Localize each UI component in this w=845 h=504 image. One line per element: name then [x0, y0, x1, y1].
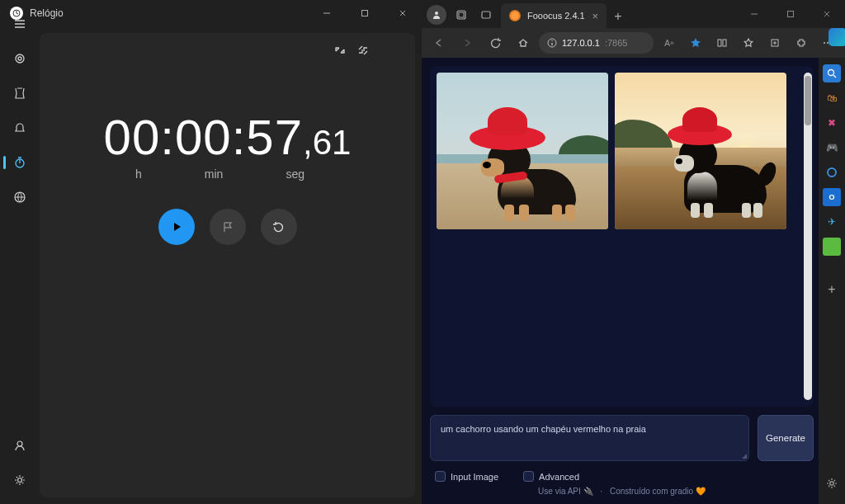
tab-favicon	[509, 10, 521, 21]
url-field[interactable]: 127.0.0.1:7865	[539, 32, 654, 54]
label-min: min	[205, 167, 224, 181]
tab-close-icon[interactable]: ×	[592, 10, 598, 22]
prompt-row: um cachorro usando um chapéu vermelho na…	[430, 415, 814, 461]
copilot-icon[interactable]	[828, 28, 845, 46]
sidebar-drop-icon[interactable]: ✈	[823, 213, 841, 231]
fooocus-page: um cachorro usando um chapéu vermelho na…	[422, 58, 819, 504]
footer-gradio[interactable]: Construído com gradio 🧡	[610, 487, 706, 496]
sidebar-games-icon[interactable]: 🎮	[823, 139, 841, 157]
browser-tab[interactable]: Fooocus 2.4.1 ×	[501, 3, 607, 28]
sidebar-search-icon[interactable]	[823, 64, 841, 82]
gallery-scrollbar[interactable]	[804, 73, 812, 400]
sidebar-add-icon[interactable]: +	[823, 280, 841, 299]
options-row: Input Image Advanced	[430, 471, 814, 482]
svg-point-23	[828, 168, 836, 177]
nav-menu-button[interactable]	[3, 7, 36, 40]
workspaces-icon[interactable]	[451, 5, 471, 25]
nav-focus-sessions[interactable]	[3, 42, 36, 75]
svg-rect-14	[788, 12, 794, 17]
refresh-button[interactable]	[483, 31, 507, 54]
nav-world-clock[interactable]	[3, 181, 36, 214]
gallery	[437, 73, 807, 229]
site-info-icon[interactable]	[547, 38, 557, 48]
sidebar-outlook-icon[interactable]: O	[823, 188, 841, 206]
generated-image-2[interactable]	[615, 73, 786, 229]
browser-titlebar: Fooocus 2.4.1 × +	[422, 0, 845, 28]
maximize-button[interactable]	[346, 0, 384, 26]
back-button[interactable]	[427, 31, 451, 54]
svg-point-4	[18, 57, 21, 60]
expand-icon[interactable]	[334, 45, 346, 56]
gallery-panel	[430, 66, 814, 407]
stopwatch-panel: 00:00:57 , 61 h min seg	[40, 33, 415, 497]
tab-actions-icon[interactable]	[476, 5, 496, 25]
label-h: h	[135, 167, 142, 181]
svg-point-7	[17, 441, 22, 446]
sidebar-m365-icon[interactable]	[823, 163, 841, 181]
browser-close-button[interactable]	[809, 2, 845, 26]
nav-alarm[interactable]	[3, 111, 36, 144]
minimize-button[interactable]	[308, 0, 346, 26]
sidebar-tools-icon[interactable]: ✖	[823, 114, 841, 132]
footer-api[interactable]: Use via API 🔌	[538, 487, 592, 496]
lap-button[interactable]	[210, 209, 246, 245]
stopwatch-labels: h min seg	[135, 167, 304, 181]
svg-point-3	[16, 54, 24, 63]
sidebar-app-green-icon[interactable]	[823, 238, 841, 256]
svg-point-24	[830, 482, 833, 485]
resize-handle-icon[interactable]	[742, 454, 747, 459]
clock-sidebar	[0, 0, 40, 504]
sidebar-shopping-icon[interactable]: 🛍	[823, 89, 841, 107]
clock-app: Relógio	[0, 0, 422, 504]
play-button[interactable]	[158, 209, 195, 245]
prompt-text: um cachorro usando um chapéu vermelho na…	[441, 424, 646, 434]
svg-rect-2	[362, 11, 368, 16]
forward-button[interactable]	[455, 31, 479, 54]
nav-stopwatch[interactable]	[3, 146, 36, 179]
clock-window-controls	[308, 0, 422, 26]
svg-point-9	[435, 12, 438, 15]
favorite-icon[interactable]	[683, 31, 708, 54]
nav-account[interactable]	[3, 429, 36, 462]
url-port: :7865	[605, 38, 628, 48]
tab-title: Fooocus 2.4.1	[527, 11, 585, 21]
page-footer: Use via API 🔌 · Construído com gradio 🧡	[430, 482, 814, 496]
reset-button[interactable]	[261, 209, 297, 245]
label-seg: seg	[286, 167, 304, 181]
svg-point-19	[824, 42, 825, 44]
home-button[interactable]	[511, 31, 536, 54]
svg-rect-17	[723, 40, 726, 46]
svg-point-22	[828, 70, 834, 76]
collections-icon[interactable]	[762, 31, 787, 54]
svg-rect-11	[459, 12, 464, 17]
profile-icon[interactable]	[427, 5, 446, 25]
url-host: 127.0.0.1	[562, 38, 600, 48]
stopwatch-buttons	[158, 209, 297, 245]
edge-sidebar: 🛍 ✖ 🎮 O ✈ +	[819, 58, 845, 504]
generated-image-1[interactable]	[437, 73, 608, 229]
nav-timer[interactable]	[3, 77, 36, 110]
stopwatch-hms: 00:00:57	[104, 109, 304, 166]
pin-icon[interactable]	[357, 45, 369, 56]
input-image-checkbox[interactable]: Input Image	[435, 471, 498, 482]
browser-maximize-button[interactable]	[772, 2, 809, 26]
svg-point-8	[18, 478, 22, 483]
sidebar-settings-icon[interactable]	[823, 474, 841, 492]
browser-minimize-button[interactable]	[736, 2, 772, 26]
advanced-checkbox[interactable]: Advanced	[523, 471, 579, 482]
generate-button[interactable]: Generate	[758, 415, 814, 461]
browser-app: Fooocus 2.4.1 × + 127.0.0.1:7865 A»	[422, 0, 845, 504]
favorites-list-icon[interactable]	[736, 31, 761, 54]
close-button[interactable]	[384, 0, 422, 26]
new-tab-button[interactable]: +	[607, 5, 630, 28]
svg-rect-12	[482, 12, 490, 18]
stopwatch-centiseconds: 61	[313, 123, 352, 163]
extensions-icon[interactable]	[789, 31, 814, 54]
browser-toolbar: 127.0.0.1:7865 A»	[422, 28, 845, 58]
browser-window-controls	[736, 2, 845, 28]
nav-settings[interactable]	[3, 464, 36, 497]
stopwatch-comma: ,	[303, 123, 313, 163]
read-aloud-icon[interactable]: A»	[657, 31, 682, 54]
prompt-input[interactable]: um cachorro usando um chapéu vermelho na…	[430, 415, 749, 461]
split-screen-icon[interactable]	[710, 31, 734, 54]
